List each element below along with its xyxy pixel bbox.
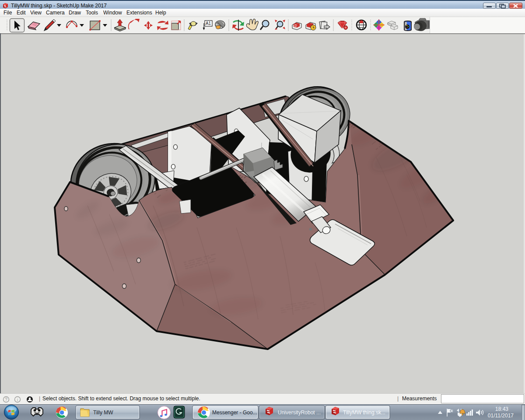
svg-text:01/11/2017: 01/11/2017 xyxy=(488,413,514,419)
svg-text:i: i xyxy=(17,398,18,402)
svg-text:TillyMW thing.sk...: TillyMW thing.sk... xyxy=(343,410,385,416)
svg-text:Tilly MW: Tilly MW xyxy=(93,410,113,416)
svg-text:18:43: 18:43 xyxy=(495,406,508,412)
svg-text:Messenger - Goo...: Messenger - Goo... xyxy=(212,410,257,416)
svg-text:UniversityRobot ...: UniversityRobot ... xyxy=(278,410,321,416)
svg-text:A1: A1 xyxy=(206,21,211,26)
svg-text:?: ? xyxy=(5,397,7,402)
